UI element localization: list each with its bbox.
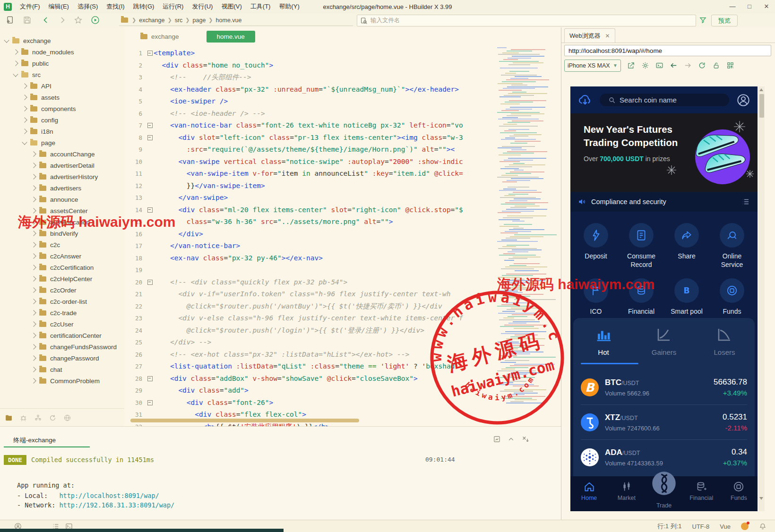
tree-item-bindVerify[interactable]: bindVerify	[0, 228, 124, 239]
breadcrumb[interactable]: ❯exchange❯src❯page❯home.vue	[119, 15, 353, 26]
promo-banner[interactable]: New Year's Futures Trading Competition O…	[570, 113, 758, 192]
fold-gutter[interactable]	[146, 207, 154, 213]
new-file-button[interactable]	[6, 16, 15, 25]
qr-code-icon[interactable]	[726, 61, 734, 69]
export-output-icon[interactable]	[493, 435, 501, 443]
fold-icon[interactable]	[147, 400, 153, 405]
tree-item-announce[interactable]: announce	[0, 194, 124, 205]
fold-icon[interactable]	[147, 51, 153, 56]
fold-gutter[interactable]	[146, 123, 154, 128]
language-mode[interactable]: Vue	[720, 523, 731, 530]
code-line[interactable]: 25 </div> -->	[124, 336, 498, 349]
tree-item-config[interactable]: config	[0, 114, 124, 126]
tree-item-c2cUser[interactable]: c2cUser	[0, 318, 124, 330]
code-line[interactable]: 13 </van-swipe>	[124, 192, 498, 204]
code-line[interactable]: 8 <div slot="left-icon" class="pr-13 fle…	[124, 132, 498, 144]
project-tab-label[interactable]: exchange	[140, 33, 179, 40]
unlock-icon[interactable]	[712, 61, 720, 69]
menu-item[interactable]: 选择(S)	[73, 0, 102, 13]
collapse-panel-icon[interactable]	[507, 435, 515, 443]
tree-item-changePassword[interactable]: changePassword	[0, 352, 124, 364]
code-line[interactable]: 4 <ex-header class="px-32" :unread_num="…	[124, 84, 498, 96]
tree-item-authentication[interactable]: authentication	[0, 216, 124, 228]
tree-item-i18n[interactable]: i18n	[0, 126, 124, 137]
code-line[interactable]: 23 <div v-else class="h-96 flex justify-…	[124, 312, 498, 325]
scroll-down-icon[interactable]	[759, 497, 763, 500]
tree-item-c2c-order-list[interactable]: c2c-order-list	[0, 296, 124, 307]
code-line[interactable]: 5 <ioe-swiper />	[124, 95, 498, 108]
code-line[interactable]: 28 <div class="addBox" v-show="showSave"…	[124, 373, 498, 385]
code-line[interactable]: 12 }}</van-swipe-item>	[124, 180, 498, 192]
tree-item-components[interactable]: components	[0, 103, 124, 114]
notice-bar[interactable]: Compliance and security	[570, 192, 758, 212]
update-notification-icon[interactable]	[741, 523, 749, 530]
tree-item-advertisers[interactable]: advertisers	[0, 182, 124, 194]
settings-gear-icon[interactable]	[641, 61, 649, 69]
url-bar[interactable]: http://localhost:8091/wap/#/home	[564, 45, 771, 56]
close-terminal-icon[interactable]	[521, 435, 529, 443]
preview-scrollbar[interactable]	[758, 86, 765, 511]
menu-item[interactable]: 编辑(E)	[44, 0, 73, 13]
refresh-icon[interactable]	[698, 61, 706, 69]
tree-item-assets[interactable]: assets	[0, 92, 124, 103]
menu-item[interactable]: 文件(F)	[16, 0, 44, 13]
horizontal-scrollbar[interactable]	[130, 419, 359, 422]
minimap[interactable]	[495, 47, 559, 420]
code-line[interactable]: 29 <div class="add">	[124, 385, 498, 397]
menu-item[interactable]: 跳转(G)	[129, 0, 159, 13]
tab-gainers[interactable]: Gainers	[634, 318, 694, 365]
tree-item-c2cAnswer[interactable]: c2cAnswer	[0, 250, 124, 262]
code-line[interactable]: 18 <ex-nav class="px-32 py-46"></ex-nav>	[124, 252, 498, 265]
menu-item[interactable]: 发行(U)	[188, 0, 217, 13]
code-line[interactable]: 30 <div class="font-26">	[124, 397, 498, 409]
fold-icon[interactable]	[147, 135, 153, 140]
grid-item-financial[interactable]: Financial	[619, 272, 664, 318]
code-line[interactable]: 16 </div>	[124, 228, 498, 240]
coin-row-ada[interactable]: ADA/USDTVolume 47143363.590.34+0.37%	[581, 440, 747, 474]
scroll-up-icon[interactable]	[759, 88, 763, 91]
fold-icon[interactable]	[147, 207, 153, 213]
profile-icon[interactable]	[737, 94, 750, 107]
code-line[interactable]: 17 </van-notice-bar>	[124, 240, 498, 252]
tree-item-c2c[interactable]: c2c	[0, 239, 124, 250]
code-line[interactable]: 7 <van-notice-bar class="font-26 text-wh…	[124, 120, 498, 132]
menu-item[interactable]: 帮助(Y)	[275, 0, 303, 13]
code-editor[interactable]: exchange home.vue 1<template>2 <div clas…	[124, 27, 561, 426]
tree-item-c2cHelpCenter[interactable]: c2cHelpCenter	[0, 273, 124, 284]
tree-item-node_modules[interactable]: node_modules	[0, 46, 124, 58]
forward-button[interactable]	[58, 16, 67, 25]
code-line[interactable]: 6 <!-- <ioe-header /> -->	[124, 108, 498, 120]
maximize-button[interactable]: □	[741, 0, 758, 13]
tree-item-page[interactable]: page	[0, 137, 124, 148]
cloud-download-icon[interactable]	[578, 93, 592, 107]
close-tab-icon[interactable]: ✕	[605, 33, 610, 39]
code-line[interactable]: 20 <!-- <div class="quickly flex px-32 p…	[124, 276, 498, 289]
local-url-link[interactable]: http://localhost:8091/wap/	[59, 492, 159, 499]
code-line[interactable]: 19	[124, 264, 498, 276]
globe-icon[interactable]	[63, 414, 71, 422]
fold-gutter[interactable]	[146, 51, 154, 56]
nav-item-trade[interactable]: Trade	[645, 476, 682, 511]
code-line[interactable]: 9 :src="require(`@/assets/theme/${theme}…	[124, 144, 498, 156]
grid-item-smartpool[interactable]: BSmart pool	[664, 272, 709, 318]
menu-item[interactable]: 查找(I)	[102, 0, 129, 13]
fold-gutter[interactable]	[146, 400, 154, 405]
bookmark-star-button[interactable]	[74, 16, 83, 25]
console-icon[interactable]	[655, 61, 663, 69]
notice-list-icon[interactable]	[741, 197, 750, 206]
tab-home-vue[interactable]: home.vue	[207, 31, 255, 43]
fold-icon[interactable]	[147, 376, 153, 381]
grid-item-share[interactable]: Share	[664, 216, 709, 272]
code-area[interactable]: 1<template>2 <div class="home no_touch">…	[124, 47, 498, 426]
code-line[interactable]: 22 @click="$router.push('/wantBuy')">{{ …	[124, 300, 498, 313]
files-view-icon[interactable]	[5, 414, 13, 422]
terminal-tab[interactable]: 终端-exchange	[13, 436, 56, 445]
code-line[interactable]: 10 <van-swipe vertical class="notice-swi…	[124, 156, 498, 168]
tree-item-advertiserDetail[interactable]: advertiserDetail	[0, 160, 124, 171]
code-line[interactable]: 15 class="w-36 h-36" src="../assets/more…	[124, 216, 498, 228]
tree-item-API[interactable]: API	[0, 80, 124, 92]
fold-icon[interactable]	[147, 280, 153, 285]
tree-item-src[interactable]: src	[0, 69, 124, 80]
tab-web-browser[interactable]: Web浏览器✕	[564, 28, 615, 43]
coin-row-xtz[interactable]: XTZ/USDTVolume 7247600.660.5231-2.11%	[581, 405, 747, 440]
